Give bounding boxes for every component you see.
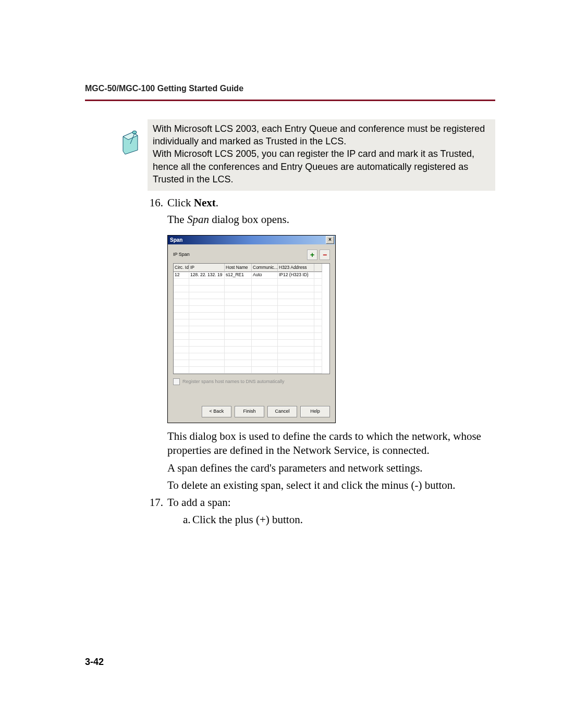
empty-cell — [174, 286, 189, 292]
add-span-button[interactable]: + — [307, 250, 317, 260]
cell-last — [314, 272, 322, 279]
empty-cell — [174, 319, 189, 326]
text-fragment: The — [167, 213, 187, 226]
col-last — [314, 264, 322, 272]
substep-text: Click the plus (+) button. — [192, 513, 303, 526]
empty-cell — [189, 292, 225, 299]
empty-cell — [278, 333, 314, 340]
note-box: With Microsoft LCS 2003, each Entry Queu… — [148, 119, 495, 191]
empty-cell — [189, 360, 225, 367]
empty-cell — [314, 319, 322, 326]
empty-cell — [174, 353, 189, 360]
para: A span defines the card's parameters and… — [167, 461, 495, 475]
empty-cell — [225, 286, 252, 292]
empty-cell — [252, 279, 278, 286]
empty-cell — [314, 367, 322, 374]
note-icon-container — [120, 130, 139, 155]
section-label: IP Span — [173, 252, 190, 258]
remove-span-button[interactable]: − — [320, 250, 330, 260]
close-button[interactable]: × — [326, 236, 334, 244]
empty-cell — [252, 313, 278, 319]
empty-cell — [225, 313, 252, 319]
dialog-title: Span — [169, 237, 182, 243]
step-16: 16. Click Next. The Span dialog box open… — [148, 196, 495, 492]
para: To delete an existing span, select it an… — [167, 478, 495, 492]
empty-cell — [278, 299, 314, 306]
help-button[interactable]: Help — [300, 406, 330, 417]
cell-comm[interactable]: Auto — [252, 272, 278, 279]
empty-cell — [225, 279, 252, 286]
text-fragment: . — [216, 196, 218, 209]
empty-cell — [278, 286, 314, 292]
page-number: 3-42 — [85, 656, 104, 668]
substep-letter: a. — [183, 513, 191, 527]
empty-cell — [314, 360, 322, 367]
bold-word: Next — [194, 196, 216, 209]
empty-cell — [278, 340, 314, 347]
dns-checkbox-row[interactable]: Register spans host names to DNS automat… — [173, 378, 330, 385]
empty-cell — [225, 306, 252, 313]
empty-cell — [278, 292, 314, 299]
col-ip[interactable]: IP — [189, 264, 225, 272]
back-button[interactable]: < Back — [202, 406, 231, 417]
col-circ[interactable]: Circ. Id — [174, 264, 189, 272]
col-comm[interactable]: Communic... — [252, 264, 278, 272]
span-dialog: Span × IP Span + − Circ. Id IP Host — [167, 235, 336, 423]
empty-cell — [174, 292, 189, 299]
dialog-buttons: < Back Finish Cancel Help — [173, 406, 330, 417]
empty-cell — [278, 279, 314, 286]
cell-circ[interactable]: 12 — [174, 272, 189, 279]
empty-cell — [174, 360, 189, 367]
explanation: This dialog box is used to define the ca… — [167, 429, 495, 492]
empty-cell — [225, 353, 252, 360]
step-number: 17. — [141, 496, 163, 510]
empty-cell — [314, 326, 322, 333]
empty-cell — [174, 279, 189, 286]
substep-a: a. Click the plus (+) button. — [183, 513, 495, 527]
header-rule — [85, 100, 495, 101]
empty-cell — [314, 279, 322, 286]
empty-cell — [189, 340, 225, 347]
col-host[interactable]: Host Name — [225, 264, 252, 272]
dns-checkbox-label: Register spans host names to DNS automat… — [182, 379, 285, 385]
empty-cell — [278, 353, 314, 360]
add-remove-controls: + − — [307, 250, 330, 260]
italic-word: Span — [187, 213, 209, 226]
empty-cell — [314, 340, 322, 347]
empty-cell — [252, 340, 278, 347]
text-fragment: dialog box opens. — [209, 213, 289, 226]
empty-cell — [252, 306, 278, 313]
empty-cell — [174, 347, 189, 353]
cell-ip[interactable]: 128. 22. 132. 19 — [189, 272, 225, 279]
cell-host[interactable]: s12_RE1 — [225, 272, 252, 279]
empty-cell — [225, 292, 252, 299]
empty-cell — [225, 326, 252, 333]
empty-cell — [278, 347, 314, 353]
step-number: 16. — [141, 196, 163, 210]
empty-cell — [174, 326, 189, 333]
dialog-titlebar: Span × — [168, 236, 335, 244]
note-icon — [120, 130, 141, 155]
cell-h323[interactable]: IP12 (H323 ID) — [278, 272, 314, 279]
step-text: To add a span: — [167, 496, 231, 509]
col-h323[interactable]: H323 Address — [278, 264, 314, 272]
empty-cell — [225, 319, 252, 326]
empty-cell — [174, 306, 189, 313]
finish-button[interactable]: Finish — [235, 406, 264, 417]
para: This dialog box is used to define the ca… — [167, 429, 495, 458]
note-text: With Microsoft LCS 2003, each Entry Queu… — [153, 124, 485, 184]
span-table[interactable]: Circ. Id IP Host Name Communic... H323 A… — [173, 263, 330, 374]
empty-cell — [314, 333, 322, 340]
empty-cell — [314, 292, 322, 299]
step-text: Click Next. — [167, 196, 218, 209]
empty-cell — [225, 347, 252, 353]
cancel-button[interactable]: Cancel — [267, 406, 297, 417]
empty-cell — [189, 286, 225, 292]
empty-cell — [252, 360, 278, 367]
empty-cell — [189, 333, 225, 340]
step-17: 17. To add a span: a. Click the plus (+)… — [148, 496, 495, 527]
empty-cell — [252, 367, 278, 374]
empty-cell — [189, 347, 225, 353]
empty-cell — [314, 299, 322, 306]
checkbox-icon[interactable] — [173, 378, 180, 385]
